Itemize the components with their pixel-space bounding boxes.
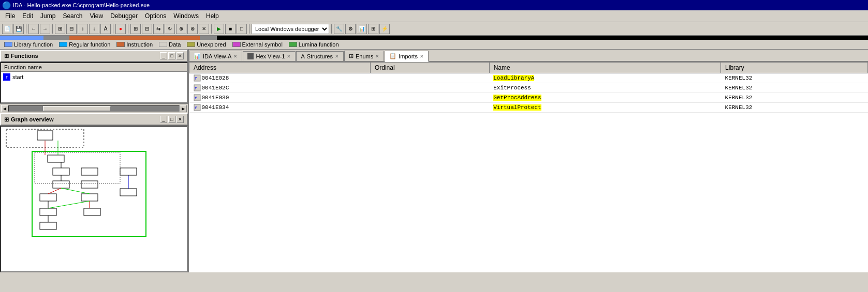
btn-4[interactable]: ↓ bbox=[89, 24, 99, 34]
menu-debugger[interactable]: Debugger bbox=[107, 11, 141, 21]
tab-struct-close[interactable]: ✕ bbox=[335, 54, 339, 59]
functions-restore[interactable]: □ bbox=[168, 52, 175, 59]
graph-svg bbox=[1, 127, 187, 240]
svg-rect-13 bbox=[81, 181, 98, 188]
cell-name: ExitProcess bbox=[489, 83, 720, 93]
functions-list: f start bbox=[1, 72, 187, 82]
graph-controls: _ □ ✕ bbox=[160, 116, 184, 123]
menu-jump[interactable]: Jump bbox=[37, 11, 58, 21]
legend-library-label: Library function bbox=[14, 41, 53, 48]
menu-edit[interactable]: Edit bbox=[19, 11, 36, 21]
svg-rect-12 bbox=[81, 194, 98, 201]
run-button[interactable]: ▶ bbox=[214, 24, 224, 34]
btn-10[interactable]: ⊕ bbox=[176, 24, 186, 34]
svg-rect-6 bbox=[53, 168, 69, 175]
cell-address: f0041E030 bbox=[189, 93, 371, 103]
tab-struct-icon: A bbox=[301, 53, 304, 59]
btn-3[interactable]: ↕ bbox=[78, 24, 88, 34]
cell-ordinal bbox=[370, 93, 489, 103]
tab-imports-icon: 📋 bbox=[389, 53, 396, 59]
col-ordinal[interactable]: Ordinal bbox=[370, 63, 489, 73]
col-name[interactable]: Name bbox=[489, 63, 720, 73]
menu-file[interactable]: File bbox=[2, 11, 18, 21]
debug-btn-3[interactable]: 📊 bbox=[357, 24, 367, 34]
functions-minimize[interactable]: _ bbox=[160, 52, 167, 59]
tab-structures[interactable]: A Structures ✕ bbox=[296, 51, 343, 61]
btn-9[interactable]: ↻ bbox=[165, 24, 175, 34]
table-row[interactable]: f0041E028LoadLibraryAKERNEL32 bbox=[189, 73, 868, 83]
debug-btn-1[interactable]: 🔧 bbox=[334, 24, 344, 34]
forward-button[interactable]: → bbox=[40, 24, 50, 34]
table-row[interactable]: f0041E02CExitProcessKERNEL32 bbox=[189, 83, 868, 93]
legend-regular-color bbox=[59, 42, 67, 47]
debug-btn-2[interactable]: ⚙ bbox=[345, 24, 356, 34]
imports-table: Address Ordinal Name Library f0041E028Lo… bbox=[189, 62, 868, 113]
back-button[interactable]: ← bbox=[28, 24, 39, 34]
col-library[interactable]: Library bbox=[721, 63, 868, 73]
tab-ida-close[interactable]: ✕ bbox=[233, 54, 238, 59]
table-row[interactable]: f0041E034VirtualProtectKERNEL32 bbox=[189, 103, 868, 113]
toolbar: 📄 💾 ← → ⊞ ⊟ ↕ ↓ A ● ⊞ ⊟ ⇆ ↻ ⊕ ⊗ ✕ ▶ ■ □ … bbox=[0, 22, 868, 36]
menu-view[interactable]: View bbox=[86, 11, 106, 21]
functions-controls: _ □ ✕ bbox=[160, 52, 184, 59]
btn-11[interactable]: ⊗ bbox=[187, 24, 198, 34]
step-button[interactable]: □ bbox=[237, 24, 247, 34]
btn-7[interactable]: ⊟ bbox=[142, 24, 152, 34]
btn-2[interactable]: ⊟ bbox=[66, 24, 77, 34]
graph-close[interactable]: ✕ bbox=[176, 116, 184, 123]
svg-rect-17 bbox=[84, 208, 100, 216]
main-layout: ⊞ Functions _ □ ✕ Function name f start bbox=[0, 50, 868, 272]
cell-name: VirtualProtect bbox=[489, 103, 720, 113]
pause-button[interactable]: ■ bbox=[225, 24, 236, 34]
tab-enums-close[interactable]: ✕ bbox=[375, 54, 379, 59]
btn-6[interactable]: ⊞ bbox=[130, 24, 141, 34]
menu-windows[interactable]: Windows bbox=[170, 11, 202, 21]
navigation-bar[interactable] bbox=[0, 36, 868, 40]
btn-circle-red[interactable]: ● bbox=[115, 24, 126, 34]
functions-close[interactable]: ✕ bbox=[176, 52, 184, 59]
svg-rect-7 bbox=[53, 181, 69, 188]
tab-ida-view-a[interactable]: 📊 IDA View-A ✕ bbox=[189, 51, 242, 61]
stop-button[interactable]: ✕ bbox=[199, 24, 209, 34]
horizontal-scrollbar[interactable] bbox=[8, 105, 180, 112]
toolbar-sep-1 bbox=[26, 24, 26, 34]
legend-unexplored: Unexplored bbox=[187, 41, 226, 48]
legend-unexplored-label: Unexplored bbox=[197, 41, 226, 48]
new-button[interactable]: 📄 bbox=[2, 24, 12, 34]
tab-hex-view-1[interactable]: Hex View-1 ✕ bbox=[243, 51, 296, 61]
tab-hex-close[interactable]: ✕ bbox=[287, 54, 291, 59]
tab-imports-label: Imports bbox=[399, 53, 418, 59]
btn-5[interactable]: A bbox=[100, 24, 111, 34]
cell-address: f0041E02C bbox=[189, 83, 371, 93]
debug-btn-5[interactable]: ⚡ bbox=[379, 24, 390, 34]
graph-restore[interactable]: □ bbox=[168, 116, 175, 123]
tab-enums[interactable]: ⊞ Enums ✕ bbox=[344, 51, 384, 61]
table-row[interactable]: f0041E030GetProcAddressKERNEL32 bbox=[189, 93, 868, 103]
menu-search[interactable]: Search bbox=[60, 11, 85, 21]
menu-options[interactable]: Options bbox=[142, 11, 169, 21]
col-address[interactable]: Address bbox=[189, 63, 371, 73]
nav-gap1 bbox=[200, 36, 217, 40]
cell-library: KERNEL32 bbox=[721, 103, 868, 113]
btn-8[interactable]: ⇆ bbox=[153, 24, 164, 34]
scroll-left[interactable]: ◀ bbox=[1, 105, 8, 112]
legend-lumina-color bbox=[289, 42, 297, 47]
list-item[interactable]: f start bbox=[2, 73, 186, 81]
tab-bar: 📊 IDA View-A ✕ Hex View-1 ✕ A Structures… bbox=[189, 50, 868, 62]
menu-help[interactable]: Help bbox=[203, 11, 222, 21]
graph-minimize[interactable]: _ bbox=[160, 116, 167, 123]
svg-line-15 bbox=[61, 188, 90, 194]
scroll-right[interactable]: ▶ bbox=[180, 105, 187, 112]
cell-address: f0041E034 bbox=[189, 103, 371, 113]
legend-unexplored-color bbox=[187, 42, 195, 47]
btn-1[interactable]: ⊞ bbox=[55, 24, 65, 34]
debugger-selector[interactable]: Local Windows debugger bbox=[252, 24, 329, 34]
svg-rect-8 bbox=[81, 168, 98, 175]
tab-imports-close[interactable]: ✕ bbox=[420, 54, 424, 59]
tab-enums-icon: ⊞ bbox=[349, 53, 354, 59]
cell-address: f0041E028 bbox=[189, 73, 371, 83]
debug-btn-4[interactable]: ⊞ bbox=[368, 24, 378, 34]
save-button[interactable]: 💾 bbox=[13, 24, 24, 34]
toolbar-sep-4 bbox=[128, 24, 128, 34]
tab-imports[interactable]: 📋 Imports ✕ bbox=[385, 51, 429, 62]
